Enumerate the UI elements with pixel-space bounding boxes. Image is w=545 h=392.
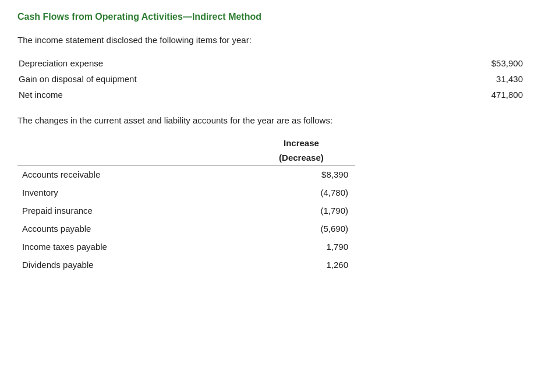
changes-item-value: (5,690) xyxy=(247,220,355,238)
changes-table: Increase (Decrease) Accounts receivable … xyxy=(17,136,355,274)
changes-item-value: 1,260 xyxy=(247,256,355,274)
changes-row: Dividends payable 1,260 xyxy=(17,256,355,274)
income-value: 31,430 xyxy=(388,71,528,87)
changes-intro-text: The changes in the current asset and lia… xyxy=(17,115,528,125)
income-table: Depreciation expense $53,900 Gain on dis… xyxy=(17,55,528,103)
income-label: Gain on disposal of equipment xyxy=(17,71,388,87)
income-value: 471,800 xyxy=(388,87,528,103)
income-row: Gain on disposal of equipment 31,430 xyxy=(17,71,528,87)
changes-row: Income taxes payable 1,790 xyxy=(17,238,355,256)
income-label: Net income xyxy=(17,87,388,103)
changes-row: Accounts payable (5,690) xyxy=(17,220,355,238)
income-row: Depreciation expense $53,900 xyxy=(17,55,528,71)
changes-item-value: (4,780) xyxy=(247,183,355,202)
changes-increase-header: Increase xyxy=(247,136,355,150)
changes-row: Accounts receivable $8,390 xyxy=(17,165,355,184)
changes-item-label: Dividends payable xyxy=(17,256,247,274)
income-label: Depreciation expense xyxy=(17,55,388,71)
changes-item-value: (1,790) xyxy=(247,202,355,220)
income-value: $53,900 xyxy=(388,55,528,71)
changes-item-value: 1,790 xyxy=(247,238,355,256)
changes-item-label: Inventory xyxy=(17,183,247,202)
page-title: Cash Flows from Operating Activities—Ind… xyxy=(17,12,528,22)
intro-text: The income statement disclosed the follo… xyxy=(17,35,528,45)
changes-row: Prepaid insurance (1,790) xyxy=(17,202,355,220)
changes-header-row2: (Decrease) xyxy=(17,150,355,165)
changes-item-value: $8,390 xyxy=(247,165,355,184)
changes-decrease-header: (Decrease) xyxy=(247,150,355,165)
changes-item-label: Prepaid insurance xyxy=(17,202,247,220)
changes-item-label: Accounts payable xyxy=(17,220,247,238)
changes-item-label: Accounts receivable xyxy=(17,165,247,184)
page-container: Cash Flows from Operating Activities—Ind… xyxy=(17,12,528,274)
changes-row: Inventory (4,780) xyxy=(17,183,355,202)
changes-label-header xyxy=(17,136,247,150)
changes-header-row1: Increase xyxy=(17,136,355,150)
income-row: Net income 471,800 xyxy=(17,87,528,103)
changes-item-label: Income taxes payable xyxy=(17,238,247,256)
